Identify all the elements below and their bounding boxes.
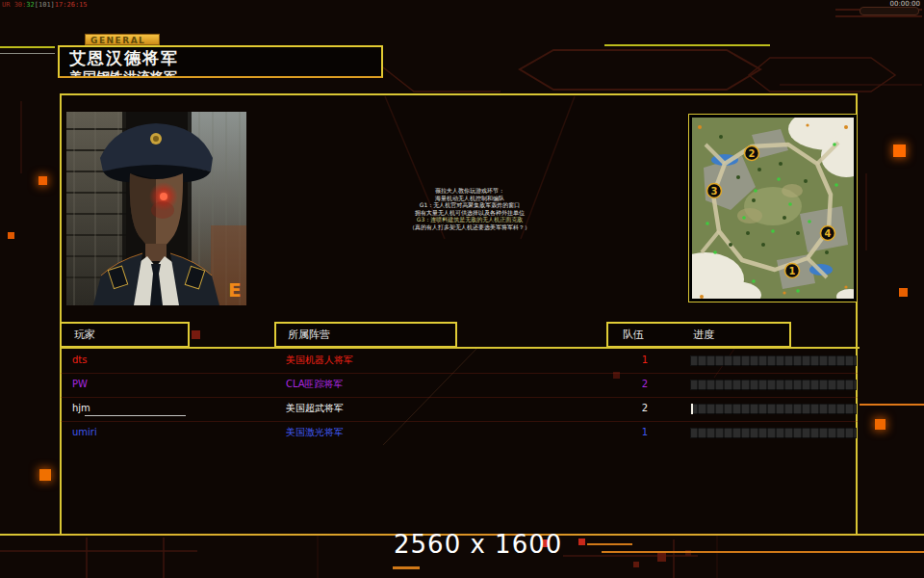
accent-line [0, 53, 55, 54]
column-header-faction: 所属阵营 [274, 322, 457, 348]
accent-square [39, 469, 51, 481]
status-left-part: 32 [26, 1, 34, 9]
briefing-line: 海量机动无人机控制和编队 [377, 195, 562, 202]
briefing-line: （真的有人打多架无人机还要选美军将军科？） [377, 223, 562, 231]
accent-square [899, 288, 908, 297]
accent-square [633, 562, 639, 567]
header-underline [60, 347, 860, 349]
column-header-team-progress: 队伍 进度 [606, 322, 791, 348]
column-header-team: 队伍 [623, 324, 644, 346]
briefing-line: G3：连喷料建筑是无敌的无人机正面克敌 [377, 216, 562, 223]
timer-pill [860, 7, 919, 15]
status-left-part: 17:26:15 [55, 1, 88, 9]
minimap-start-number: 3 [711, 186, 718, 197]
page-title: 艾恩汉德将军 [69, 48, 381, 68]
briefing-line: G1：无人机官对高聚集敌军轰炸的窗口 [377, 201, 562, 209]
minimap-start-number: 2 [749, 148, 756, 159]
minimap-start-number: 4 [825, 228, 832, 239]
accent-line [604, 44, 770, 46]
accent-square [578, 539, 585, 545]
status-left-part: UR 30: [2, 1, 26, 9]
general-tab: GENERAL [85, 34, 160, 45]
accent-square [875, 419, 886, 430]
minimap-start-number: 1 [789, 266, 796, 276]
accent-line [393, 566, 420, 569]
accent-line [602, 551, 924, 553]
accent-line [0, 46, 55, 48]
accent-line [860, 404, 924, 406]
status-left-part: [101] [35, 1, 55, 9]
status-text: UR 30:32[101]17:26:15 [2, 1, 88, 9]
accent-square [893, 144, 906, 157]
briefing-line: 拥有大量无人机可供选择以及各种外挂单位 [377, 209, 562, 217]
briefing-text: 薇拉夫人教你玩游戏环节： 海量机动无人机控制和编队 G1：无人机官对高聚集敌军轰… [377, 187, 562, 231]
column-header-player: 玩家 [60, 322, 190, 348]
general-portrait: E [66, 112, 246, 305]
title-box: 艾恩汉德将军 美国钢铁洪流将军 [58, 45, 383, 78]
accent-square [657, 553, 666, 562]
page-subtitle-clipped: 美国钢铁洪流将军 [69, 69, 381, 78]
accent-line [587, 543, 632, 545]
loading-screen: UR 30:32[101]17:26:15 00:00:00 GENERAL 艾… [0, 0, 924, 578]
column-header-progress: 进度 [693, 324, 714, 346]
briefing-line: 薇拉夫人教你玩游戏环节： [377, 187, 562, 195]
accent-square [38, 176, 47, 185]
minimap: 2341 [688, 114, 858, 302]
resolution-label: 2560 x 1600 [394, 530, 562, 559]
svg-text:E: E [228, 278, 242, 302]
accent-square [8, 232, 14, 239]
